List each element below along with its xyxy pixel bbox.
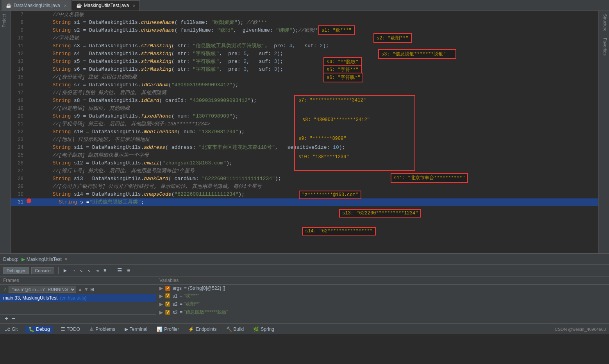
debug-session-tab[interactable]: ▶ MaskingUtilsTest ✕ (21, 257, 68, 262)
debug-content: Frames ✓ "main"@1 in ...in": RUNNING ▲ ▼… (0, 277, 609, 323)
annotation-s8: s8: "430903********3412" (300, 116, 372, 123)
annotation-s6: s6: "字符脱*" (323, 73, 363, 82)
var-icon-s2: V (165, 302, 170, 307)
endpoints-label: Endpoints (196, 327, 216, 332)
todo-icon: ☰ (61, 327, 65, 332)
var-icon-p: P (165, 286, 170, 291)
code-line: 12 String s4 = DataMaskingUtils.strMaski… (11, 50, 598, 58)
code-container[interactable]: 7 //中文名脱敏 8 String s1 = DataMaskingUtils… (11, 11, 598, 253)
remove-frame-btn[interactable]: − (10, 316, 17, 323)
terminal-item[interactable]: ▶ Terminal (123, 327, 149, 332)
evaluate-icon[interactable]: ✖ (102, 267, 108, 274)
tab-close-icon2[interactable]: ✕ (132, 4, 136, 8)
code-line: 7 //中文名脱敏 (11, 11, 598, 19)
tab-label: DataMaskingUtils.java (14, 3, 60, 8)
var-val-s3: = "信息脱敏*******脱敏" (180, 309, 228, 316)
annotation-s9: s9: "*******8909" (296, 135, 348, 142)
problems-item[interactable]: ⚠ Problems (88, 327, 117, 332)
var-val-s1: = "欧****" (180, 293, 199, 299)
code-line: 29 //[公司开户银行联号] 公司开户银行联行号, 显示前两位, 其他用星号隐… (11, 183, 598, 191)
variables-panel: Variables ▶ P args = {String[0]@522} [] … (156, 277, 609, 323)
todo-item[interactable]: ☰ TODO (59, 327, 82, 332)
add-frame-btn[interactable]: + (3, 316, 10, 323)
selected-frame[interactable]: main:33, MaskingUtilsTest (cn.hsa.utils) (0, 294, 156, 302)
spring-item[interactable]: 🌿 Spring (252, 327, 276, 332)
code-line: 10 //字符脱敏 (11, 34, 598, 42)
step-into-icon[interactable]: ↘ (79, 267, 84, 274)
tab-bar: ☕ DataMaskingUtils.java ✕ ☕ MaskingUtils… (0, 0, 609, 11)
console-button[interactable]: Console (31, 267, 54, 274)
var-val-s2: = "欧阳**" (180, 301, 200, 307)
var-name-s3: s3 (173, 310, 178, 315)
var-expand-s3[interactable]: ▶ (159, 310, 163, 315)
var-icon-s3: V (165, 310, 170, 315)
toolbar-separator2 (112, 267, 112, 274)
debug-item[interactable]: 🐛 Debug (25, 326, 53, 333)
debug-icon-bottom: 🐛 (29, 327, 34, 332)
layout-icon[interactable]: ≡ (126, 268, 131, 274)
code-line: 13 String s5 = DataMaskingUtils.strMaski… (11, 58, 598, 66)
frames-header: Frames (0, 277, 156, 285)
java-icon: ☕ (6, 3, 12, 8)
check-icon: ✓ (3, 287, 7, 292)
step-out-icon[interactable]: ↖ (86, 267, 92, 274)
var-expand-args[interactable]: ▶ (159, 285, 163, 291)
build-label: Build (234, 327, 244, 332)
step-over-icon[interactable]: → (70, 268, 76, 274)
git-icon: ⎇ (5, 327, 10, 332)
editor-area: Project 7 //中文名脱敏 8 String s1 = DataMask… (0, 11, 609, 253)
tab-datamaskingutils[interactable]: ☕ DataMaskingUtils.java ✕ (2, 0, 71, 11)
up-arrow[interactable]: ▲ (78, 287, 82, 292)
problems-label: Problems (95, 327, 115, 332)
thread-row: ✓ "main"@1 in ...in": RUNNING ▲ ▼ ⊞ (0, 285, 156, 294)
annotation-s2: s2: "欧阳**" (373, 33, 412, 43)
debug-session-close[interactable]: ✕ (64, 257, 68, 262)
spring-label: Spring (261, 327, 274, 332)
debug-panel: Debug: ▶ MaskingUtilsTest ✕ Debugger Con… (0, 253, 609, 323)
frame-link[interactable]: (cn.hsa.utils) (60, 295, 86, 301)
code-line: 11 String s3 = DataMaskingUtils.strMaski… (11, 42, 598, 50)
code-line: 9 String s2 = DataMaskingUtils.chineseNa… (11, 27, 598, 34)
var-name-args: args (173, 285, 182, 291)
build-item[interactable]: 🔨 Build (225, 327, 246, 332)
code-line: 16 String s7 = DataMaskingUtils.idCardNu… (11, 81, 598, 89)
frames-icon[interactable]: ☰ (116, 267, 123, 274)
project-label[interactable]: Project (0, 11, 11, 30)
tab-maskingutilstest[interactable]: ☕ MaskingUtilsTest.java ✕ (72, 0, 140, 11)
git-item[interactable]: ⎇ Git (3, 327, 19, 332)
favorites-label[interactable]: Favorites (598, 35, 609, 59)
code-line: 14 String s6 = DataMaskingUtils.strMaski… (11, 66, 598, 73)
code-line: 28 String s13 = DataMaskingUtils.bankCar… (11, 175, 598, 183)
var-expand-s2[interactable]: ▶ (159, 302, 163, 307)
var-expand-s1[interactable]: ▶ (159, 293, 163, 299)
var-item-s3: ▶ V s3 = "信息脱敏*******脱敏" (156, 308, 609, 316)
code-line: 15 //[身份证号] 脱敏 后四位其他隐藏 (11, 73, 598, 81)
run-to-cursor-icon[interactable]: ⇥ (94, 267, 100, 274)
left-sidebar: Project (0, 11, 11, 253)
watermark: CSDN @weixin_46964663 (555, 327, 606, 332)
filter-icon[interactable]: ⊞ (90, 287, 94, 292)
annotation-s3: s3: "信息脱敏*******脱敏" (378, 49, 456, 59)
right-sidebar: Structure Favorites (598, 11, 609, 253)
down-arrow[interactable]: ▼ (84, 287, 89, 292)
debug-header: Debug: ▶ MaskingUtilsTest ✕ (0, 254, 609, 265)
endpoints-item[interactable]: ⚡ Endpoints (187, 327, 218, 332)
profiler-item[interactable]: 📊 Profiler (155, 327, 180, 332)
debugger-button[interactable]: Debugger (3, 267, 29, 274)
variables-content: ▶ P args = {String[0]@522} [] ▶ V s1 = "… (156, 285, 609, 323)
structure-label[interactable]: Structure (598, 11, 609, 35)
annotation-s7: s7: "**************3412" (296, 97, 368, 104)
frame-text: main:33, MaskingUtilsTest (3, 295, 57, 301)
terminal-icon: ▶ (125, 327, 128, 332)
bottom-bar: ⎇ Git 🐛 Debug ☰ TODO ⚠ Problems ▶ Termin… (0, 323, 609, 334)
spring-icon: 🌿 (253, 327, 259, 332)
thread-select[interactable]: "main"@1 in ...in": RUNNING (9, 286, 76, 293)
resume-icon[interactable]: ▶ (63, 267, 68, 274)
debug-label-bottom: Debug (36, 327, 50, 332)
tab-close-icon[interactable]: ✕ (64, 4, 67, 8)
var-item-s1: ▶ V s1 = "欧****" (156, 292, 609, 300)
profiler-icon: 📊 (157, 327, 163, 332)
todo-label: TODO (67, 327, 80, 332)
code-line-highlighted: 31 String s ="测试信息脱敏工具类"; (11, 198, 598, 206)
annotation-s12: "z*********@163.com" (299, 191, 361, 199)
